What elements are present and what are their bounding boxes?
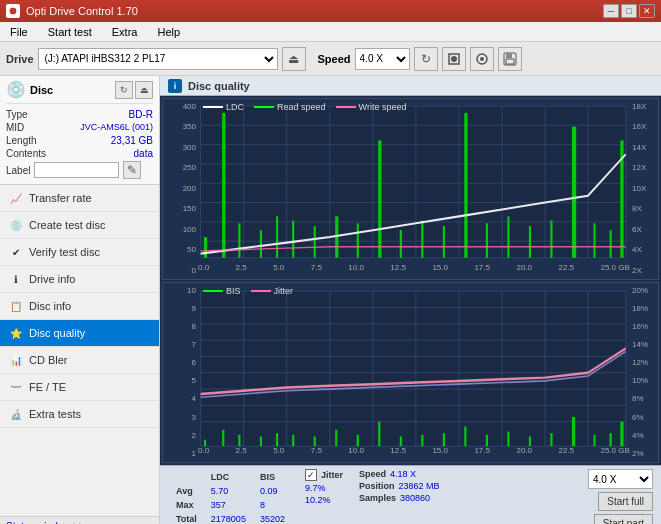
position-value: 23862 MB xyxy=(398,481,439,491)
disc-refresh-button[interactable]: ↻ xyxy=(115,81,133,99)
svg-rect-82 xyxy=(378,421,380,445)
disc-quality-icon: ⭐ xyxy=(8,325,24,341)
svg-rect-88 xyxy=(507,431,509,446)
speed-label: Speed xyxy=(359,469,386,479)
nav-cd-bler-label: CD Bler xyxy=(29,354,68,366)
label-input[interactable] xyxy=(34,162,119,178)
svg-rect-32 xyxy=(260,230,262,258)
ldc-x-axis: 0.0 2.5 5.0 7.5 10.0 12.5 15.0 17.5 20.0… xyxy=(198,263,630,277)
eject-button[interactable]: ⏏ xyxy=(282,47,306,71)
svg-rect-92 xyxy=(593,434,595,445)
menu-extra[interactable]: Extra xyxy=(106,24,144,40)
drive-select[interactable]: (J:) ATAPI iHBS312 2 PL17 xyxy=(38,48,278,70)
jitter-color xyxy=(251,290,271,292)
minimize-button[interactable]: ─ xyxy=(603,4,619,18)
maximize-button[interactable]: □ xyxy=(621,4,637,18)
speed-select[interactable]: 4.0 X 2.0 X 8.0 X xyxy=(355,48,410,70)
nav-drive-info-label: Drive info xyxy=(29,273,75,285)
verify-test-disc-icon: ✔ xyxy=(8,244,24,260)
menu-file[interactable]: File xyxy=(4,24,34,40)
drive-label: Drive xyxy=(6,53,34,65)
samples-label: Samples xyxy=(359,493,396,503)
disc-eject-button[interactable]: ⏏ xyxy=(135,81,153,99)
svg-rect-74 xyxy=(222,429,224,445)
svg-rect-30 xyxy=(222,113,225,258)
transfer-rate-icon: 📈 xyxy=(8,190,24,206)
svg-rect-90 xyxy=(550,433,552,446)
ldc-chart-svg xyxy=(163,99,658,279)
stats-bar: LDC BIS Avg 5.70 0.09 Max 357 8 Total 21… xyxy=(160,465,661,524)
menu-start-test[interactable]: Start test xyxy=(42,24,98,40)
write-button[interactable] xyxy=(442,47,466,71)
nav-drive-info[interactable]: ℹ Drive info xyxy=(0,266,159,293)
svg-rect-33 xyxy=(276,216,278,257)
svg-point-0 xyxy=(9,7,17,15)
contents-label: Contents xyxy=(6,148,46,159)
sidebar-status-bar: Status window >> xyxy=(0,516,159,524)
ldc-chart: LDC Read speed Write speed 400 350 30 xyxy=(162,98,659,280)
nav-section: 📈 Transfer rate 💿 Create test disc ✔ Ver… xyxy=(0,185,159,516)
menu-help[interactable]: Help xyxy=(151,24,186,40)
avg-bis: 0.09 xyxy=(254,485,291,497)
nav-fe-te-label: FE / TE xyxy=(29,381,66,393)
svg-rect-47 xyxy=(572,127,576,258)
nav-transfer-rate[interactable]: 📈 Transfer rate xyxy=(0,185,159,212)
type-label: Type xyxy=(6,109,28,120)
svg-rect-34 xyxy=(292,221,294,258)
menu-bar: File Start test Extra Help xyxy=(0,22,661,42)
ldc-legend: LDC Read speed Write speed xyxy=(203,102,406,112)
nav-disc-quality-label: Disc quality xyxy=(29,327,85,339)
position-row: Position 23862 MB xyxy=(359,481,440,491)
contents-value: data xyxy=(134,148,153,159)
bis-color xyxy=(203,290,223,292)
col-bis: BIS xyxy=(254,471,291,483)
svg-rect-29 xyxy=(204,237,207,258)
avg-ldc: 5.70 xyxy=(205,485,252,497)
content-area: i Disc quality LDC Read speed xyxy=(160,76,661,524)
ldc-legend-ldc: LDC xyxy=(203,102,244,112)
svg-rect-78 xyxy=(292,434,294,445)
speed-row: Speed 4.18 X xyxy=(359,469,440,479)
nav-verify-test-disc[interactable]: ✔ Verify test disc xyxy=(0,239,159,266)
total-ldc: 2178005 xyxy=(205,513,252,524)
bis-legend: BIS Jitter xyxy=(203,286,293,296)
close-button[interactable]: ✕ xyxy=(639,4,655,18)
svg-rect-31 xyxy=(238,223,240,258)
col-ldc: LDC xyxy=(205,471,252,483)
svg-rect-46 xyxy=(550,221,552,258)
nav-transfer-rate-label: Transfer rate xyxy=(29,192,92,204)
disc-icon: 💿 xyxy=(6,80,26,99)
nav-extra-tests-label: Extra tests xyxy=(29,408,81,420)
nav-create-test-disc[interactable]: 💿 Create test disc xyxy=(0,212,159,239)
svg-rect-48 xyxy=(593,223,595,258)
nav-cd-bler[interactable]: 📊 CD Bler xyxy=(0,347,159,374)
nav-verify-test-disc-label: Verify test disc xyxy=(29,246,100,258)
max-bis: 8 xyxy=(254,499,291,511)
disc-panel: 💿 Disc ↻ ⏏ Type BD-R MID JVC-AMS6L (001)… xyxy=(0,76,159,185)
nav-create-test-disc-label: Create test disc xyxy=(29,219,105,231)
start-part-button[interactable]: Start part xyxy=(594,514,653,524)
nav-fe-te[interactable]: 〰 FE / TE xyxy=(0,374,159,401)
svg-rect-42 xyxy=(464,113,467,258)
nav-extra-tests[interactable]: 🔬 Extra tests xyxy=(0,401,159,428)
label-label: Label xyxy=(6,165,30,176)
length-label: Length xyxy=(6,135,37,146)
read-button[interactable] xyxy=(470,47,494,71)
jitter-checkbox[interactable]: ✓ xyxy=(305,469,317,481)
bis-legend-bis: BIS xyxy=(203,286,241,296)
refresh-button[interactable]: ↻ xyxy=(414,47,438,71)
extra-tests-icon: 🔬 xyxy=(8,406,24,422)
save-button[interactable] xyxy=(498,47,522,71)
mid-value: JVC-AMS6L (001) xyxy=(80,122,153,133)
speed-dropdown[interactable]: 4.0 X xyxy=(588,469,653,489)
max-ldc: 357 xyxy=(205,499,252,511)
svg-rect-89 xyxy=(529,436,531,446)
start-full-button[interactable]: Start full xyxy=(598,492,653,511)
svg-rect-39 xyxy=(400,230,402,258)
label-edit-button[interactable]: ✎ xyxy=(123,161,141,179)
position-label: Position xyxy=(359,481,395,491)
svg-point-4 xyxy=(480,57,484,61)
charts-area: LDC Read speed Write speed 400 350 30 xyxy=(160,96,661,465)
nav-disc-quality[interactable]: ⭐ Disc quality xyxy=(0,320,159,347)
nav-disc-info[interactable]: 📋 Disc info xyxy=(0,293,159,320)
